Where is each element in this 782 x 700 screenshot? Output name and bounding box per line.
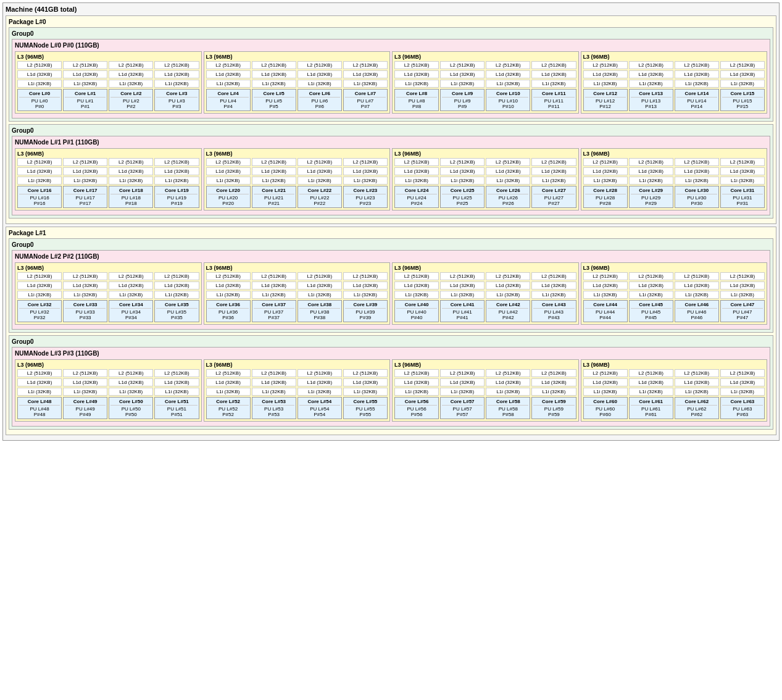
cache-cell: L1d (32KB) — [206, 70, 251, 78]
cache-cell: L2 (512KB) — [17, 272, 62, 280]
core-label: Core L#20 — [208, 188, 249, 194]
cache-cell: L1i (32KB) — [109, 177, 153, 185]
cache-cell: L2 (512KB) — [394, 158, 439, 166]
cache-cell: L1i (32KB) — [629, 291, 673, 299]
core-box: Core L#58PU L#58 P#58 — [486, 397, 530, 419]
cache-cell: L1i (32KB) — [17, 388, 62, 396]
cache-cell: L1i (32KB) — [583, 80, 628, 88]
cache-cell: L1d (32KB) — [486, 167, 530, 175]
pu-label: PU L#19 P#19 — [156, 195, 197, 206]
group-title: Group0 — [12, 30, 770, 37]
core-label: Core L#33 — [65, 302, 106, 309]
core-box: Core L#14PU L#14 P#14 — [675, 89, 719, 111]
cache-cell: L1i (32KB) — [583, 388, 628, 396]
cache-cell: L2 (512KB) — [206, 272, 251, 280]
cache-cell: L1i (32KB) — [720, 291, 765, 299]
pu-label: PU L#60 P#60 — [585, 406, 626, 417]
pu-label: PU L#1 P#1 — [65, 98, 106, 109]
pu-label: PU L#12 P#12 — [585, 98, 626, 109]
core-label: Core L#13 — [631, 91, 672, 98]
core-box: Core L#36PU L#36 P#36 — [206, 300, 251, 322]
cache-cell: L1d (32KB) — [720, 167, 765, 175]
core-label: Core L#41 — [442, 302, 483, 309]
cache-row: L1i (32KB)L1i (32KB)L1i (32KB)L1i (32KB) — [206, 80, 388, 88]
pu-label: PU L#33 P#33 — [65, 309, 106, 320]
cache-cell: L1i (32KB) — [154, 177, 199, 185]
pu-label: PU L#42 P#42 — [488, 309, 528, 320]
cache-cell: L1i (32KB) — [440, 80, 485, 88]
l3-title: L3 (96MB) — [17, 151, 199, 157]
cache-cell: L1i (32KB) — [440, 291, 485, 299]
core-box: Core L#57PU L#57 P#57 — [440, 397, 485, 419]
core-label: Core L#40 — [396, 302, 437, 309]
machine-box: Machine (441GB total) Package L#0Group0N… — [2, 2, 780, 441]
cache-cell: L2 (512KB) — [531, 369, 576, 377]
cache-cell: L2 (512KB) — [17, 61, 62, 69]
cache-cell: L1d (32KB) — [583, 167, 628, 175]
group-box: Group0NUMANode L#2 P#2 (110GB)L3 (96MB)L… — [9, 238, 773, 333]
cache-cell: L2 (512KB) — [583, 272, 628, 280]
cache-row: L2 (512KB)L2 (512KB)L2 (512KB)L2 (512KB) — [206, 369, 388, 377]
l3-title: L3 (96MB) — [206, 265, 388, 271]
cache-cell: L1i (32KB) — [17, 80, 62, 88]
core-box: Core L#52PU L#52 P#52 — [206, 397, 251, 419]
cache-cell: L2 (512KB) — [583, 61, 628, 69]
cache-cell: L2 (512KB) — [583, 158, 628, 166]
cache-cell: L1d (32KB) — [440, 281, 485, 290]
cache-cell: L1i (32KB) — [486, 291, 530, 299]
core-label: Core L#59 — [533, 399, 574, 406]
pu-label: PU L#6 P#6 — [299, 98, 340, 109]
pu-label: PU L#54 P#54 — [299, 406, 340, 417]
core-box: Core L#39PU L#39 P#39 — [343, 300, 388, 322]
l3-block: L3 (96MB)L2 (512KB)L2 (512KB)L2 (512KB)L… — [204, 148, 391, 210]
core-box: Core L#16PU L#16 P#16 — [17, 186, 62, 208]
pu-label: PU L#57 P#57 — [442, 406, 483, 417]
core-box: Core L#15PU L#15 P#15 — [720, 89, 765, 111]
pu-label: PU L#18 P#18 — [110, 195, 151, 206]
core-label: Core L#12 — [585, 91, 626, 98]
cache-row: L1i (32KB)L1i (32KB)L1i (32KB)L1i (32KB) — [394, 388, 576, 396]
group-title: Group0 — [12, 241, 770, 248]
cache-row: L1i (32KB)L1i (32KB)L1i (32KB)L1i (32KB) — [394, 80, 576, 88]
core-label: Core L#37 — [254, 302, 294, 309]
cache-cell: L1i (32KB) — [343, 291, 388, 299]
cache-cell: L1d (32KB) — [440, 70, 485, 78]
l3-title: L3 (96MB) — [206, 151, 388, 157]
core-row: Core L#20PU L#20 P#20Core L#21PU L#21 P#… — [206, 186, 388, 208]
cache-cell: L1d (32KB) — [154, 167, 199, 175]
core-label: Core L#17 — [65, 188, 106, 194]
group-box: Group0NUMANode L#3 P#3 (110GB)L3 (96MB)L… — [9, 335, 773, 430]
l3-block: L3 (96MB)L2 (512KB)L2 (512KB)L2 (512KB)L… — [392, 262, 579, 325]
pu-label: PU L#61 P#61 — [631, 406, 672, 417]
core-row: Core L#24PU L#24 P#24Core L#25PU L#25 P#… — [394, 186, 576, 208]
pu-label: PU L#44 P#44 — [585, 309, 626, 320]
pu-label: PU L#24 P#24 — [396, 195, 437, 206]
cache-cell: L1d (32KB) — [629, 70, 673, 78]
cache-cell: L1d (32KB) — [440, 167, 485, 175]
cache-cell: L2 (512KB) — [486, 272, 530, 280]
cache-cell: L1d (32KB) — [394, 281, 439, 290]
core-box: Core L#44PU L#44 P#44 — [583, 300, 628, 322]
cache-cell: L2 (512KB) — [63, 158, 107, 166]
pu-label: PU L#28 P#28 — [585, 195, 626, 206]
cache-cell: L1i (32KB) — [675, 80, 719, 88]
pu-label: PU L#38 P#38 — [299, 309, 340, 320]
cache-cell: L1d (32KB) — [63, 167, 107, 175]
cache-cell: L1d (32KB) — [583, 70, 628, 78]
cache-cell: L1i (32KB) — [531, 177, 576, 185]
cache-cell: L1d (32KB) — [720, 378, 765, 386]
l3-row: L3 (96MB)L2 (512KB)L2 (512KB)L2 (512KB)L… — [15, 51, 767, 114]
cache-row: L1d (32KB)L1d (32KB)L1d (32KB)L1d (32KB) — [394, 167, 576, 175]
numa-title: NUMANode L#2 P#2 (110GB) — [15, 253, 767, 260]
cache-cell: L1d (32KB) — [629, 167, 673, 175]
core-box: Core L#31PU L#31 P#31 — [720, 186, 765, 208]
core-label: Core L#62 — [676, 399, 717, 406]
pu-label: PU L#16 P#16 — [19, 195, 60, 206]
pu-label: PU L#55 P#55 — [345, 406, 386, 417]
pu-label: PU L#23 P#23 — [345, 195, 386, 206]
core-box: Core L#45PU L#45 P#45 — [629, 300, 673, 322]
l3-title: L3 (96MB) — [583, 54, 765, 60]
core-label: Core L#53 — [254, 399, 294, 406]
cache-cell: L1i (32KB) — [675, 177, 719, 185]
cache-cell: L1d (32KB) — [63, 70, 107, 78]
